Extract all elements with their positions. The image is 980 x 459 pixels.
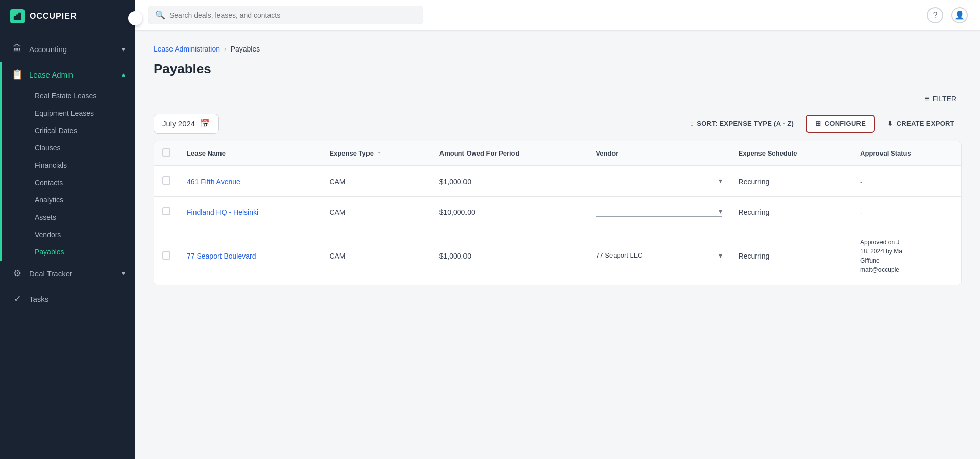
user-avatar[interactable]: 👤 bbox=[951, 7, 968, 23]
sidebar-collapse-button[interactable]: ❮ bbox=[128, 11, 142, 26]
sidebar-item-equipment-leases[interactable]: Equipment Leases bbox=[30, 105, 135, 122]
toolbar: ≡ FILTER bbox=[154, 91, 962, 107]
sort-icon: ↕ bbox=[690, 120, 694, 128]
filter-icon: ≡ bbox=[924, 94, 929, 104]
select-all-checkbox[interactable] bbox=[162, 148, 170, 157]
row3-lease-name[interactable]: 77 Seaport Boulevard bbox=[187, 252, 256, 260]
nav-section-lease-admin: 📋 Lease Admin ▴ Real Estate Leases Equip… bbox=[0, 62, 135, 261]
row3-vendor-select[interactable]: 77 Seaport LLC ▾ bbox=[596, 251, 722, 261]
row1-vendor-select[interactable]: ▾ bbox=[596, 176, 722, 186]
logo: OCCUPIER bbox=[0, 0, 135, 33]
row1-approval-status-cell: - bbox=[852, 166, 961, 197]
row2-checkbox[interactable] bbox=[162, 207, 170, 215]
svg-rect-2 bbox=[18, 13, 21, 20]
sidebar-item-contacts[interactable]: Contacts bbox=[30, 174, 135, 191]
sidebar-item-label-accounting: Accounting bbox=[29, 45, 116, 54]
breadcrumb-parent[interactable]: Lease Administration bbox=[154, 45, 220, 53]
sidebar-item-financials[interactable]: Financials bbox=[30, 157, 135, 174]
payables-table: Lease Name Expense Type ↑ Amount Owed Fo… bbox=[154, 141, 962, 285]
row1-lease-name-cell: 461 Fifth Avenue bbox=[179, 166, 321, 197]
row2-vendor-select[interactable]: ▾ bbox=[596, 207, 722, 217]
row3-vendor-cell: 77 Seaport LLC ▾ bbox=[587, 227, 730, 285]
row3-approval-status: Approved on J18, 2024 by MaGiffunematt@o… bbox=[860, 238, 953, 274]
sidebar-nav: 🏛 Accounting ▾ 📋 Lease Admin ▴ Real Esta… bbox=[0, 33, 135, 459]
row3-vendor-chevron: ▾ bbox=[719, 251, 722, 260]
content-area: Lease Administration › Payables Payables… bbox=[135, 31, 980, 459]
sidebar-item-deal-tracker[interactable]: ⚙ Deal Tracker ▾ bbox=[2, 261, 135, 286]
sidebar: OCCUPIER ❮ 🏛 Accounting ▾ 📋 Lease Admin … bbox=[0, 0, 135, 459]
filter-button[interactable]: ≡ FILTER bbox=[919, 91, 962, 107]
page-title: Payables bbox=[154, 61, 962, 77]
sidebar-item-assets[interactable]: Assets bbox=[30, 209, 135, 226]
sort-label: SORT: EXPENSE TYPE (A - Z) bbox=[697, 120, 794, 128]
row1-checkbox-cell bbox=[154, 166, 179, 197]
sidebar-item-clauses[interactable]: Clauses bbox=[30, 139, 135, 157]
sort-up-icon: ↑ bbox=[378, 149, 381, 157]
controls-row: July 2024 📅 ↕ SORT: EXPENSE TYPE (A - Z)… bbox=[154, 114, 962, 134]
row1-expense-type: CAM bbox=[329, 177, 345, 186]
row3-expense-type-cell: CAM bbox=[321, 227, 431, 285]
row1-lease-name[interactable]: 461 Fifth Avenue bbox=[187, 177, 240, 186]
configure-icon: ⊞ bbox=[815, 120, 821, 128]
breadcrumb: Lease Administration › Payables bbox=[154, 45, 962, 53]
sidebar-item-analytics[interactable]: Analytics bbox=[30, 191, 135, 209]
row2-lease-name[interactable]: Findland HQ - Helsinki bbox=[187, 208, 258, 216]
row3-amount-cell: $1,000.00 bbox=[431, 227, 588, 285]
row2-amount-cell: $10,000.00 bbox=[431, 197, 588, 227]
row1-vendor-chevron: ▾ bbox=[719, 176, 722, 185]
col-vendor: Vendor bbox=[587, 141, 730, 166]
row3-lease-name-cell: 77 Seaport Boulevard bbox=[179, 227, 321, 285]
col-expense-type-label: Expense Type bbox=[329, 149, 373, 157]
sidebar-item-lease-admin[interactable]: 📋 Lease Admin ▴ bbox=[2, 62, 135, 87]
col-amount: Amount Owed For Period bbox=[431, 141, 588, 166]
row3-expense-schedule-cell: Recurring bbox=[730, 227, 852, 285]
row3-vendor-text: 77 Seaport LLC bbox=[596, 251, 716, 259]
create-export-button[interactable]: ⬇ CREATE EXPORT bbox=[880, 116, 962, 132]
user-icon: 👤 bbox=[954, 10, 965, 20]
row1-checkbox[interactable] bbox=[162, 176, 170, 185]
search-bar[interactable]: 🔍 bbox=[148, 6, 423, 24]
row1-expense-schedule-cell: Recurring bbox=[730, 166, 852, 197]
row2-vendor-cell: ▾ bbox=[587, 197, 730, 227]
sidebar-item-tasks[interactable]: ✓ Tasks bbox=[2, 286, 135, 312]
row3-expense-schedule: Recurring bbox=[739, 252, 770, 260]
row3-checkbox-cell bbox=[154, 227, 179, 285]
row1-expense-type-cell: CAM bbox=[321, 166, 431, 197]
sidebar-item-real-estate-leases[interactable]: Real Estate Leases bbox=[30, 87, 135, 105]
search-input[interactable] bbox=[169, 11, 415, 19]
export-icon: ⬇ bbox=[887, 120, 893, 128]
row2-lease-name-cell: Findland HQ - Helsinki bbox=[179, 197, 321, 227]
nav-section-tasks: ✓ Tasks bbox=[0, 286, 135, 312]
tasks-icon: ✓ bbox=[12, 293, 23, 304]
row1-amount: $1,000.00 bbox=[439, 177, 471, 186]
row2-expense-schedule-cell: Recurring bbox=[730, 197, 852, 227]
col-approval-status-label: Approval Status bbox=[860, 149, 911, 157]
sidebar-item-critical-dates[interactable]: Critical Dates bbox=[30, 122, 135, 139]
configure-label: CONFIGURE bbox=[825, 120, 866, 128]
help-icon: ? bbox=[933, 11, 938, 20]
chevron-down-icon-2: ▾ bbox=[122, 270, 125, 277]
sidebar-item-accounting[interactable]: 🏛 Accounting ▾ bbox=[2, 37, 135, 62]
row2-approval-status-cell: - bbox=[852, 197, 961, 227]
sort-button[interactable]: ↕ SORT: EXPENSE TYPE (A - Z) bbox=[683, 116, 801, 132]
help-button[interactable]: ? bbox=[927, 7, 943, 23]
search-icon: 🔍 bbox=[155, 10, 165, 20]
table-row: Findland HQ - Helsinki CAM $10,000.00 ▾ bbox=[154, 197, 961, 227]
accounting-icon: 🏛 bbox=[12, 44, 23, 55]
row3-expense-type: CAM bbox=[329, 252, 345, 260]
configure-button[interactable]: ⊞ CONFIGURE bbox=[806, 115, 875, 133]
deal-tracker-icon: ⚙ bbox=[12, 268, 23, 279]
row1-amount-cell: $1,000.00 bbox=[431, 166, 588, 197]
logo-text: OCCUPIER bbox=[30, 12, 77, 21]
filter-label: FILTER bbox=[933, 95, 957, 103]
nav-section-deal-tracker: ⚙ Deal Tracker ▾ bbox=[0, 261, 135, 286]
row2-amount: $10,000.00 bbox=[439, 208, 475, 216]
row3-checkbox[interactable] bbox=[162, 251, 170, 260]
row2-expense-type: CAM bbox=[329, 208, 345, 216]
topbar-right: ? 👤 bbox=[927, 7, 968, 23]
breadcrumb-current: Payables bbox=[231, 45, 260, 53]
sidebar-item-payables[interactable]: Payables bbox=[30, 243, 135, 261]
date-picker-button[interactable]: July 2024 📅 bbox=[154, 114, 219, 134]
sidebar-item-vendors[interactable]: Vendors bbox=[30, 226, 135, 243]
col-expense-type[interactable]: Expense Type ↑ bbox=[321, 141, 431, 166]
